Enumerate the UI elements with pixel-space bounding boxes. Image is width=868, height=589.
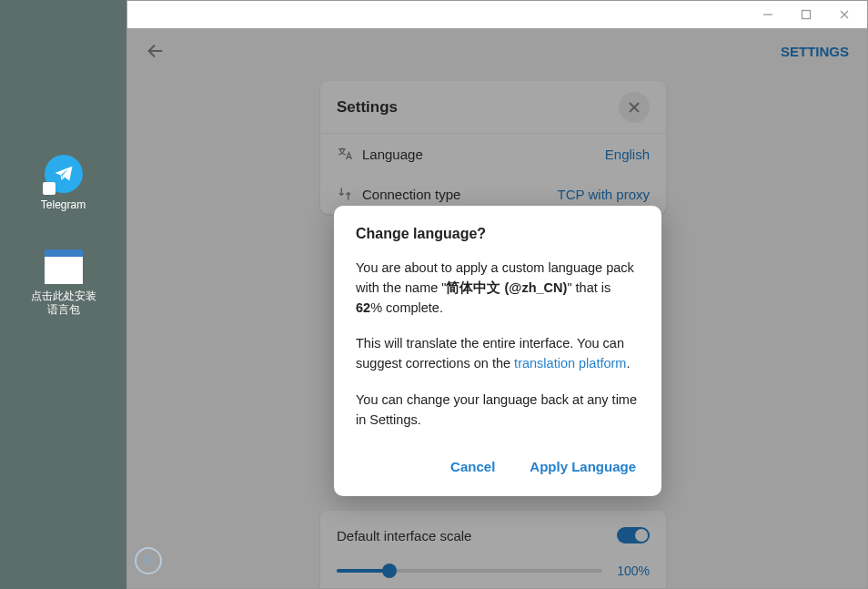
dialog-p3: You can change your language back at any… [356, 391, 640, 431]
telegram-label: Telegram [41, 198, 86, 213]
translation-platform-link[interactable]: translation platform [514, 356, 626, 371]
change-language-dialog: Change language? You are about to apply … [334, 206, 661, 496]
shield-badge[interactable] [135, 547, 162, 574]
telegram-icon [45, 155, 83, 193]
desktop-sidebar: Telegram 点击此处安装 语言包 [0, 0, 126, 589]
maximize-button[interactable] [787, 2, 825, 27]
lang-pack-label: 点击此处安装 语言包 [31, 289, 96, 318]
dialog-body: You are about to apply a custom language… [356, 259, 640, 430]
app-content: SETTINGS Settings Language English [127, 28, 867, 588]
dialog-title: Change language? [356, 226, 640, 242]
window-titlebar [127, 1, 867, 28]
dialog-actions: Cancel Apply Language [356, 448, 640, 482]
dialog-p1: You are about to apply a custom language… [356, 259, 640, 318]
file-icon [45, 249, 83, 284]
dialog-p2: This will translate the entire interface… [356, 334, 640, 374]
cancel-button[interactable]: Cancel [447, 452, 499, 482]
telegram-shortcut[interactable]: Telegram [27, 155, 100, 213]
apply-language-button[interactable]: Apply Language [526, 452, 640, 482]
svg-rect-1 [802, 11, 811, 19]
close-button[interactable] [825, 2, 863, 27]
lang-pack-shortcut[interactable]: 点击此处安装 语言包 [27, 249, 100, 318]
telegram-window: SETTINGS Settings Language English [126, 0, 868, 589]
minimize-button[interactable] [749, 2, 787, 27]
